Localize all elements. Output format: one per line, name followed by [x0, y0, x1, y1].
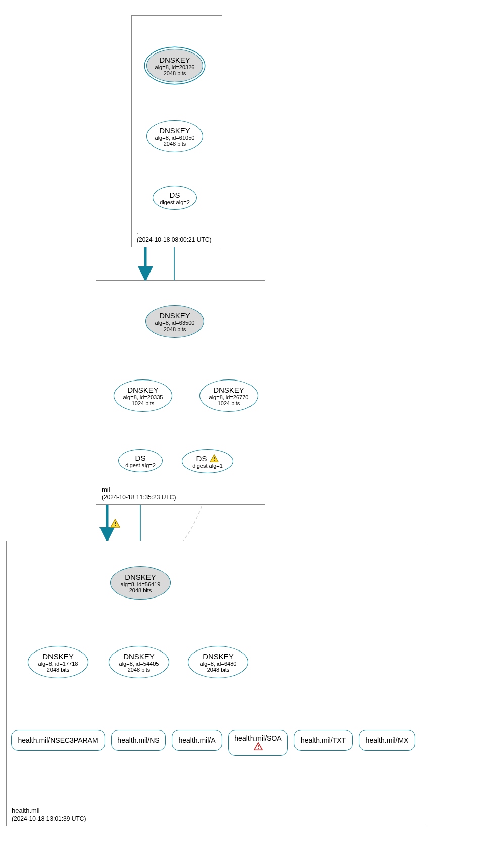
h-k2-title: DNSKEY [123, 652, 155, 661]
root-ksk-l3: 2048 bits [164, 70, 186, 76]
mil-zsk-l3: 1024 bits [132, 400, 155, 406]
mil-ds2-l2: digest alg=2 [125, 462, 156, 468]
zone-root-time: (2024-10-18 08:00:21 UTC) [137, 236, 211, 244]
warning-icon [210, 454, 219, 462]
mil-zsk2-title: DNSKEY [213, 386, 244, 394]
svg-rect-2 [115, 522, 116, 524]
node-health-k3: DNSKEY alg=8, id=6480 2048 bits [188, 646, 248, 678]
mil-ds2-title: DS [135, 454, 146, 462]
dnssec-graph: . (2024-10-18 08:00:21 UTC) mil (2024-10… [0, 0, 499, 868]
root-ksk-title: DNSKEY [159, 56, 190, 64]
rr-nsec3param: health.mil/NSEC3PARAM [11, 730, 105, 751]
node-root-ds: DS digest alg=2 [153, 186, 197, 210]
h-k1-l3: 2048 bits [47, 667, 70, 673]
h-k1-title: DNSKEY [42, 652, 74, 661]
h-ksk-title: DNSKEY [125, 573, 156, 581]
mil-zsk2-l2: alg=8, id=26770 [209, 394, 249, 400]
mil-ds1-title: DS [196, 454, 207, 463]
svg-rect-3 [115, 525, 116, 526]
svg-rect-5 [258, 748, 259, 749]
node-mil-ksk: DNSKEY alg=8, id=63500 2048 bits [145, 305, 204, 338]
root-ds-title: DS [170, 191, 180, 199]
node-root-zsk: DNSKEY alg=8, id=61050 2048 bits [146, 120, 203, 152]
zone-root-label: . (2024-10-18 08:00:21 UTC) [137, 228, 211, 244]
root-zsk-l3: 2048 bits [164, 141, 186, 147]
rr-mx-label: health.mil/MX [366, 736, 409, 744]
root-ksk-l2: alg=8, id=20326 [155, 64, 195, 70]
node-health-ksk: DNSKEY alg=8, id=56419 2048 bits [110, 566, 171, 600]
h-k2-l2: alg=8, id=54405 [119, 661, 159, 667]
node-mil-ds2: DS digest alg=2 [118, 449, 163, 472]
root-ds-l2: digest alg=2 [160, 199, 190, 205]
zone-mil-time: (2024-10-18 11:35:23 UTC) [102, 494, 176, 501]
warning-icon [110, 519, 119, 527]
mil-zsk-l2: alg=8, id=20335 [123, 394, 163, 400]
rr-mx: health.mil/MX [359, 730, 415, 751]
h-ksk-l2: alg=8, id=56419 [121, 581, 161, 587]
h-ksk-l3: 2048 bits [129, 587, 152, 593]
zone-mil-label: mil (2024-10-18 11:35:23 UTC) [102, 485, 176, 501]
h-k3-title: DNSKEY [203, 652, 234, 661]
rr-ns-label: health.mil/NS [117, 736, 159, 744]
svg-rect-0 [214, 457, 215, 459]
rr-soa: health.mil/SOA [228, 730, 288, 756]
root-zsk-l2: alg=8, id=61050 [155, 135, 195, 141]
rr-nsec3-label: health.mil/NSEC3PARAM [18, 736, 98, 744]
error-icon [254, 742, 263, 750]
mil-ksk-l2: alg=8, id=63500 [155, 320, 195, 326]
root-zsk-title: DNSKEY [159, 126, 190, 135]
rr-txt: health.mil/TXT [294, 730, 353, 751]
mil-zsk2-l3: 1024 bits [218, 400, 240, 406]
node-health-k2: DNSKEY alg=8, id=54405 2048 bits [109, 646, 169, 678]
rr-a-label: health.mil/A [178, 736, 215, 744]
zone-health-name: health.mil [12, 807, 86, 815]
h-k3-l3: 2048 bits [207, 667, 230, 673]
rr-txt-label: health.mil/TXT [301, 736, 346, 744]
rr-soa-label: health.mil/SOA [234, 734, 281, 742]
zone-mil-name: mil [102, 485, 176, 494]
svg-rect-4 [258, 745, 259, 747]
zone-health-label: health.mil (2024-10-18 13:01:39 UTC) [12, 807, 86, 823]
svg-rect-1 [214, 460, 215, 461]
node-health-k1: DNSKEY alg=8, id=17718 2048 bits [28, 646, 88, 678]
node-mil-zsk: DNSKEY alg=8, id=20335 1024 bits [114, 379, 172, 412]
rr-ns: health.mil/NS [111, 730, 166, 751]
mil-ds1-l2: digest alg=1 [192, 463, 223, 469]
h-k1-l2: alg=8, id=17718 [38, 661, 78, 667]
node-mil-zsk2: DNSKEY alg=8, id=26770 1024 bits [199, 379, 258, 412]
h-k2-l3: 2048 bits [128, 667, 151, 673]
h-k3-l2: alg=8, id=6480 [200, 661, 237, 667]
rr-a: health.mil/A [172, 730, 222, 751]
zone-root-name: . [137, 228, 211, 236]
zone-health: health.mil (2024-10-18 13:01:39 UTC) [6, 541, 425, 826]
mil-ksk-l3: 2048 bits [164, 326, 186, 332]
node-mil-ds1: DS digest alg=1 [182, 449, 233, 473]
zone-health-time: (2024-10-18 13:01:39 UTC) [12, 815, 86, 823]
mil-zsk-title: DNSKEY [127, 386, 159, 394]
node-root-ksk: DNSKEY alg=8, id=20326 2048 bits [146, 49, 203, 82]
mil-ksk-title: DNSKEY [159, 311, 190, 320]
